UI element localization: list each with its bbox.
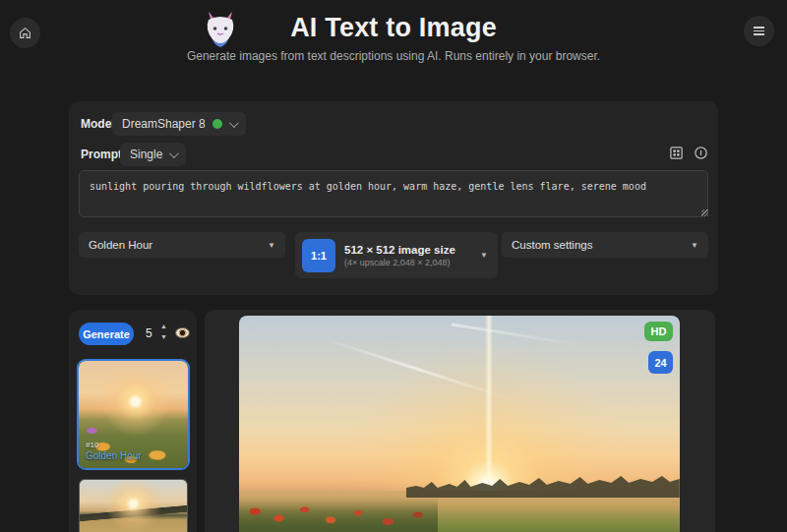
thumbnail-selected[interactable]: #10 Golden Hour [77,359,190,470]
page-title: AI Text to Image [0,13,787,43]
image-treeline [406,472,680,498]
image-size-select[interactable]: 1:1 512 × 512 image size (4× upscale 2,0… [295,232,498,278]
prompt-mode-value: Single [130,148,162,161]
generate-button[interactable]: Generate [79,323,134,345]
frame-count-badge[interactable]: 24 [648,351,673,374]
model-status-dot [212,119,222,129]
chevron-down-icon [229,118,239,128]
size-label: 512 × 512 image size [344,244,471,256]
image-wildflowers [239,498,438,532]
thumbnail-image [80,480,187,532]
settings-panel: Model: DreamShaper 8 Prompt: Single sunl… [69,101,718,295]
grid-icon [669,146,684,160]
custom-settings-select[interactable]: Custom settings ▼ [502,232,708,258]
custom-settings-value: Custom settings [512,239,592,251]
chevron-down-icon [169,148,179,158]
hd-badge[interactable]: HD [644,322,673,341]
count-stepper: ▲ ▼ [157,322,170,343]
aspect-ratio-badge: 1:1 [302,239,335,272]
page-subtitle: Generate images from text descriptions u… [0,49,787,63]
grid-view-button[interactable] [668,146,685,162]
model-select[interactable]: DreamShaper 8 [112,112,246,136]
stepper-up-icon[interactable]: ▲ [157,322,170,331]
style-preset-value: Golden Hour [89,239,152,251]
thumbnail-caption: #10 Golden Hour [86,441,142,463]
dropdown-arrow-icon: ▼ [691,241,698,250]
preview-toggle-button[interactable] [175,325,192,341]
generated-image[interactable]: HD 24 [239,316,680,532]
style-preset-select[interactable]: Golden Hour ▼ [79,232,285,258]
prompt-mode-select[interactable]: Single [120,143,186,166]
menu-icon [754,27,764,35]
stepper-down-icon[interactable]: ▼ [157,332,170,342]
eye-icon [175,327,190,338]
dropdown-arrow-icon: ▼ [268,241,275,250]
thumbnail-id: #10 [86,441,142,450]
info-icon [694,146,708,160]
generate-count-value: 5 [146,326,152,340]
viewer-panel: HD 24 [205,310,715,532]
dropdown-arrow-icon: ▼ [480,251,488,260]
prompt-input[interactable]: sunlight pouring through wildflowers at … [79,170,708,217]
info-button[interactable] [693,146,709,162]
model-value: DreamShaper 8 [122,117,206,131]
size-texts: 512 × 512 image size (4× upscale 2,048 ×… [344,244,471,267]
app-window: AI Text to Image Generate images from te… [0,0,787,532]
generation-panel: Generate 5 ▲ ▼ #10 Golden Hour [69,310,197,532]
size-sublabel: (4× upscale 2,048 × 2,048) [344,258,471,267]
menu-button[interactable] [744,16,774,46]
thumbnail-style-label: Golden Hour [86,450,142,463]
thumbnail-item[interactable] [79,479,188,532]
